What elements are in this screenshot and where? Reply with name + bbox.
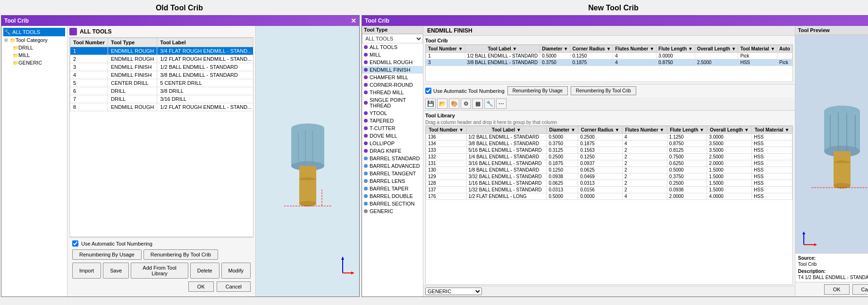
toolbar-save-icon[interactable]: 💾 (425, 99, 436, 109)
toolbar-settings-icon[interactable]: 🔧 (484, 99, 495, 109)
crib-table: Tool Number ▼ Tool Label ▼ Diameter ▼ Co… (426, 45, 792, 66)
library-table-row[interactable]: 1281/16 BALL ENDMILL - STANDARD0.06250.0… (426, 180, 792, 187)
new-tree-item-label: T-CUTTER (370, 125, 395, 131)
table-row[interactable]: 8ENDMILL ROUGH1/2 FLAT ROUGH ENDMILL - S… (70, 103, 254, 111)
table-row[interactable]: 6DRILL3/8 DRILL0 (70, 87, 254, 95)
new-preview-panel: Tool Preview (795, 26, 868, 297)
tool-crib-section-label: Tool Crib (425, 38, 793, 43)
crib-th-auto: Auto (777, 45, 792, 53)
tool-type-label: Tool Type (364, 27, 388, 33)
new-tree-item[interactable]: SINGLE POINT THREAD (362, 96, 423, 109)
tree-item-tool-category[interactable]: ⊞ 📁 Tool Category (3, 36, 65, 44)
library-table-row[interactable]: 1335/16 BALL ENDMILL - STANDARD0.31250.1… (426, 147, 792, 154)
tree-dot-icon (364, 126, 368, 130)
old-bottom-controls: Use Automatic Tool Numbering Renumbering… (69, 237, 253, 295)
new-ok-cancel-row: OK Cancel (795, 282, 868, 297)
library-table-row[interactable]: 1293/32 BALL ENDMILL - STANDARD0.09380.0… (426, 173, 792, 180)
new-tree-item[interactable]: LOLLIPOP (362, 140, 423, 147)
toolbar-more-icon[interactable]: ⋯ (496, 99, 506, 109)
auto-numbering-checkbox[interactable] (72, 240, 78, 247)
library-table-row[interactable]: 1371/32 BALL ENDMILL - STANDARD0.03130.0… (426, 187, 792, 193)
new-tree-item[interactable]: ALL TOOLS (362, 43, 423, 51)
new-tree-item[interactable]: T-CUTTER (362, 124, 423, 132)
toolbar-filter-icon[interactable]: ⚙ (461, 99, 471, 109)
new-tree-item[interactable]: ENDMILL FINISH (362, 66, 423, 74)
library-table-row[interactable]: 1321/4 BALL ENDMILL - STANDARD0.25000.12… (426, 154, 792, 160)
table-row[interactable]: 5CENTER DRILL5 CENTER DRILL0 (70, 79, 254, 87)
add-from-library-button[interactable]: Add From Tool Library (131, 263, 188, 279)
lib-th-ol: Overall Length ▼ (707, 126, 752, 134)
modify-button[interactable]: Modify (221, 263, 251, 279)
svg-point-26 (834, 183, 851, 189)
new-renumber-crib-btn[interactable]: Renumbering By Tool Crib (571, 86, 636, 95)
tree-dot-icon (364, 68, 368, 72)
tree-item-all-tools[interactable]: 🔧 ALL TOOLS (3, 28, 65, 36)
preview-title: Tool Preview (795, 26, 868, 35)
library-table-row[interactable]: 1361/2 BALL ENDMILL - STANDARD0.50000.25… (426, 134, 792, 140)
new-tree-item[interactable]: BARREL STANDARD (362, 155, 423, 162)
crib-table-row[interactable]: 33/8 BALL ENDMILL - STANDARD0.37500.1875… (426, 59, 792, 66)
new-tree-item[interactable]: THREAD MILL (362, 89, 423, 96)
toolbar-open-icon[interactable]: 📂 (437, 99, 447, 109)
new-tree-item[interactable]: BARREL SECTION (362, 200, 423, 207)
old-tool-preview (255, 26, 359, 297)
tool-type-dropdown[interactable]: ALL TOOLS (362, 34, 423, 43)
tree-item-drill[interactable]: 📁 DRILL (3, 44, 65, 51)
new-tree-item[interactable]: DRAG KNIFE (362, 147, 423, 155)
new-tree-item[interactable]: MILL (362, 51, 423, 58)
import-button[interactable]: Import (72, 263, 101, 279)
bottom-dropdown[interactable]: GENERIC (425, 288, 482, 295)
crib-table-container[interactable]: Tool Number ▼ Tool Label ▼ Diameter ▼ Co… (425, 44, 793, 82)
svg-rect-5 (299, 180, 316, 204)
new-tree-item-label: GENERIC (370, 208, 393, 214)
new-ok-button[interactable]: OK (824, 284, 850, 295)
library-table-row[interactable]: 1301/8 BALL ENDMILL - STANDARD0.12500.06… (426, 167, 792, 173)
new-tree-item[interactable]: CORNER-ROUND (362, 81, 423, 89)
new-auto-numbering-checkbox[interactable] (425, 88, 431, 94)
library-table-row[interactable]: 1761/2 FLAT ENDMILL - LONG0.50000.000042… (426, 193, 792, 200)
new-tree-item[interactable]: BARREL DOUBLE (362, 192, 423, 200)
new-tree-item[interactable]: BARREL TAPER (362, 185, 423, 192)
preview-canvas (795, 35, 868, 253)
svg-marker-13 (341, 256, 344, 260)
new-tree-item[interactable]: DOVE MILL (362, 132, 423, 140)
toolbar-color-icon[interactable]: 🎨 (449, 99, 459, 109)
old-action-buttons: Import Save Add From Tool Library Delete… (72, 263, 251, 279)
renumber-usage-button[interactable]: Renumbering By Usage (72, 249, 142, 260)
old-ok-button[interactable]: OK (188, 281, 214, 292)
delete-button[interactable]: Delete (190, 263, 219, 279)
library-table-row[interactable]: 1343/8 BALL ENDMILL - STANDARD0.37500.18… (426, 140, 792, 147)
tree-item-mill[interactable]: 📁 MILL (3, 51, 65, 59)
table-row[interactable]: 2ENDMILL ROUGH1/2 FLAT ROUGH ENDMILL - S… (70, 55, 254, 63)
new-tree-item[interactable]: BARREL TANGENT (362, 170, 423, 177)
new-renumber-usage-btn[interactable]: Renumbering By Usage (507, 86, 568, 95)
new-tree-item[interactable]: BARREL LENS (362, 177, 423, 185)
crib-table-row[interactable]: 11/2 BALL ENDMILL - STANDARD0.50000.1250… (426, 53, 792, 59)
table-row[interactable]: 1ENDMILL ROUGH3/4 FLAT ROUGH ENDMILL - S… (70, 47, 254, 55)
old-renumber-row: Renumbering By Usage Renumbering By Tool… (72, 249, 251, 260)
old-cancel-button[interactable]: Cancel (217, 281, 251, 292)
save-button[interactable]: Save (103, 263, 129, 279)
library-table-container[interactable]: Tool Number ▼ Tool Label ▼ Diameter ▼ Co… (425, 125, 793, 285)
table-row[interactable]: 7DRILL3/16 DRILL0 (70, 95, 254, 103)
tree-dot-icon (364, 179, 368, 183)
table-row[interactable]: 4ENDMILL FINISH3/8 BALL ENDMILL - STANDA… (70, 71, 254, 79)
crib-th-mat: Tool Material ▼ (738, 45, 777, 53)
toolbar-grid-icon[interactable]: ▦ (472, 99, 483, 109)
new-tree-item[interactable]: BARREL ADVANCED (362, 162, 423, 170)
old-tool-table-container[interactable]: Tool Number Tool Type Tool Label D 1ENDM… (69, 37, 253, 237)
tree-dot-icon (364, 149, 368, 153)
new-tree-item[interactable]: TAPERED (362, 117, 423, 124)
new-tree-item[interactable]: GENERIC (362, 207, 423, 215)
new-tree-item-label: CHAMFER MILL (370, 74, 408, 80)
new-tree-item[interactable]: YTOOL (362, 109, 423, 117)
library-table-row[interactable]: 1313/16 BALL ENDMILL - STANDARD0.18750.0… (426, 160, 792, 167)
new-tree-item[interactable]: CHAMFER MILL (362, 74, 423, 81)
table-row[interactable]: 3ENDMILL FINISH1/2 BALL ENDMILL - STANDA… (70, 63, 254, 71)
old-dialog-close[interactable]: ✕ (351, 17, 356, 25)
tree-item-generic[interactable]: 📁 GENERIC (3, 59, 65, 66)
library-section: Tool Library Drag a column header and dr… (423, 111, 795, 286)
renumber-crib-button[interactable]: Renumbering By Tool Crib (143, 249, 218, 260)
new-cancel-button[interactable]: Cancel (852, 284, 868, 295)
new-tree-item[interactable]: ENDMILL ROUGH (362, 58, 423, 66)
